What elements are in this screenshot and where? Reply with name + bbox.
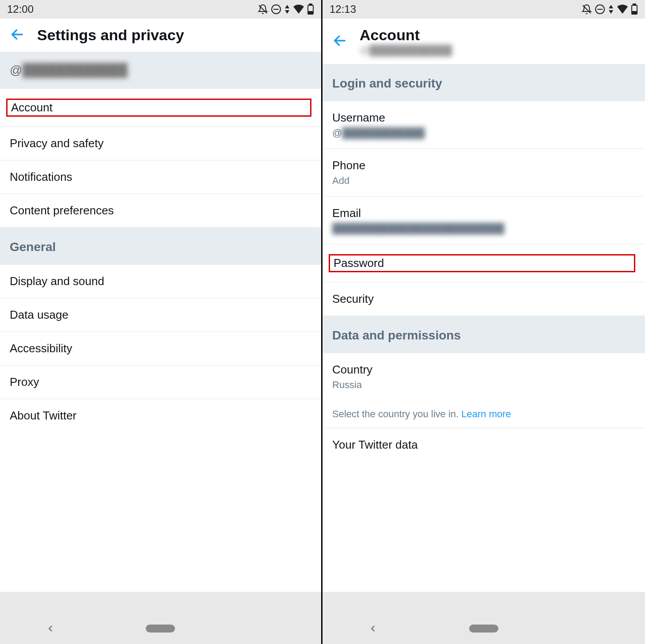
account-item-email[interactable]: Email █████████████████████████ xyxy=(322,197,645,244)
page-subtitle: @████████████ xyxy=(360,45,452,56)
wifi-icon xyxy=(617,4,628,15)
settings-item-proxy[interactable]: Proxy xyxy=(0,366,321,399)
section-header-data-permissions: Data and permissions xyxy=(322,316,645,353)
app-bar: Settings and privacy xyxy=(0,19,321,52)
login-security-list: Username @████████████ Phone Add Email █… xyxy=(322,101,645,316)
back-button[interactable] xyxy=(332,33,347,50)
status-bar: 12:00 xyxy=(0,0,321,19)
back-arrow-icon xyxy=(332,33,347,48)
updown-icon xyxy=(608,4,614,15)
country-value: Russia xyxy=(332,379,635,391)
battery-icon xyxy=(307,4,314,15)
nav-bar xyxy=(322,613,645,644)
settings-item-account[interactable]: Account xyxy=(0,89,321,127)
settings-item-content-preferences[interactable]: Content preferences xyxy=(0,194,321,228)
battery-icon xyxy=(631,4,638,15)
settings-item-privacy-safety[interactable]: Privacy and safety xyxy=(0,127,321,160)
page-title: Settings and privacy xyxy=(37,27,184,44)
settings-item-display-sound[interactable]: Display and sound xyxy=(0,265,321,298)
status-icons xyxy=(258,4,314,15)
page-title: Account xyxy=(360,27,452,44)
status-icons xyxy=(581,4,638,15)
settings-list-top: Account Privacy and safety Notifications… xyxy=(0,89,321,228)
settings-item-data-usage[interactable]: Data usage xyxy=(0,298,321,332)
back-arrow-icon xyxy=(10,27,25,42)
updown-icon xyxy=(284,4,290,15)
account-item-password[interactable]: Password xyxy=(322,244,645,282)
right-screenshot: 12:13 Account @████████████ Login and se… xyxy=(322,0,645,644)
nav-bar xyxy=(0,613,321,644)
svg-marker-13 xyxy=(609,10,613,14)
country-help-text: Select the country you live in. Learn mo… xyxy=(322,400,645,428)
svg-marker-4 xyxy=(285,10,289,14)
dnd-icon xyxy=(271,4,281,15)
chevron-left-icon xyxy=(46,624,55,633)
account-item-username[interactable]: Username @████████████ xyxy=(322,101,645,149)
app-bar: Account @████████████ xyxy=(322,19,645,64)
chevron-left-icon xyxy=(368,624,378,633)
svg-marker-12 xyxy=(609,5,613,8)
settings-list-general: Display and sound Data usage Accessibili… xyxy=(0,265,321,432)
svg-rect-15 xyxy=(633,4,636,5)
username-value: @████████████ xyxy=(332,127,635,139)
account-item-security[interactable]: Security xyxy=(322,282,645,316)
left-screenshot: 12:00 Settings and privacy @████████████… xyxy=(0,0,322,644)
status-time: 12:00 xyxy=(7,3,34,15)
nav-home-pill[interactable] xyxy=(469,625,498,633)
nav-back-button[interactable] xyxy=(46,624,55,633)
bell-off-icon xyxy=(581,4,592,15)
dnd-icon xyxy=(595,4,605,15)
back-button[interactable] xyxy=(10,27,25,44)
account-item-phone[interactable]: Phone Add xyxy=(322,149,645,197)
svg-marker-3 xyxy=(285,5,289,8)
svg-rect-16 xyxy=(632,11,637,14)
nav-back-button[interactable] xyxy=(368,624,378,633)
learn-more-link[interactable]: Learn more xyxy=(461,408,511,419)
bell-off-icon xyxy=(258,4,268,15)
settings-item-notifications[interactable]: Notifications xyxy=(0,160,321,194)
settings-item-about-twitter[interactable]: About Twitter xyxy=(0,399,321,432)
svg-rect-6 xyxy=(309,4,312,5)
account-item-twitter-data[interactable]: Your Twitter data xyxy=(322,428,645,461)
wifi-icon xyxy=(293,4,304,15)
section-header-login-security: Login and security xyxy=(322,64,645,101)
status-time: 12:13 xyxy=(330,3,356,15)
status-bar: 12:13 xyxy=(322,0,645,19)
section-header-general: General xyxy=(0,228,321,265)
phone-value: Add xyxy=(332,175,635,187)
data-permissions-list: Country Russia Select the country you li… xyxy=(322,353,645,461)
account-handle-header: @████████████ xyxy=(0,52,321,89)
email-value: █████████████████████████ xyxy=(332,223,635,234)
settings-item-accessibility[interactable]: Accessibility xyxy=(0,332,321,366)
nav-home-pill[interactable] xyxy=(146,625,175,633)
svg-rect-7 xyxy=(308,11,313,14)
account-item-country[interactable]: Country Russia xyxy=(322,353,645,400)
